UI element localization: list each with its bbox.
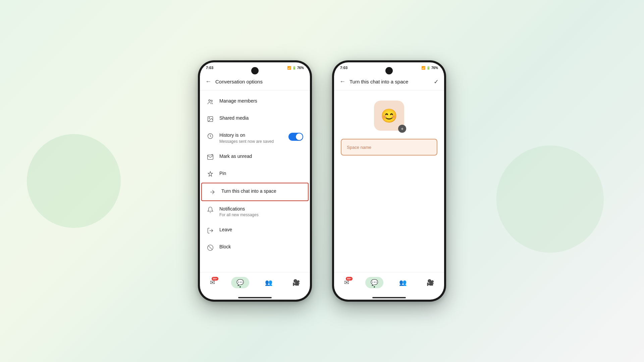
video-icon-right: 🎥 [427, 279, 434, 286]
pin-text: Pin [219, 170, 303, 177]
time-left: 7:03 [206, 66, 213, 70]
pin-label: Pin [219, 170, 303, 177]
manage-members-text: Manage members [219, 98, 303, 105]
space-form: 😊 + Space name [334, 90, 444, 272]
history-toggle[interactable] [288, 133, 303, 141]
phone-right-screen: 7:03 📶 🔋 76% ← Turn this chat into a spa… [334, 62, 444, 300]
phone-right: 7:03 📶 🔋 76% ← Turn this chat into a spa… [332, 60, 446, 302]
turn-into-space-text: Turn this chat into a space [221, 188, 301, 195]
bg-decoration-right [496, 145, 604, 253]
page-title-right: Turn this chat into a space [350, 79, 430, 84]
history-sublabel: Messages sent now are saved [219, 139, 283, 144]
bell-icon [207, 206, 214, 214]
nav-mail-right[interactable]: ✉ 99+ [340, 277, 353, 288]
nav-chat-left[interactable]: 💬 [231, 277, 249, 288]
leave-text: Leave [219, 227, 303, 233]
camera-right [385, 67, 393, 74]
nav-people-left[interactable]: 👥 [261, 277, 276, 288]
block-icon [207, 244, 214, 251]
battery-left: 76% [297, 66, 304, 70]
history-text: History is on Messages sent now are save… [219, 132, 283, 144]
camera-left [251, 67, 259, 74]
phone-left: 7:03 📶 🔋 76% ← Conversation options [198, 60, 312, 302]
nav-video-left[interactable]: 🎥 [288, 277, 304, 288]
menu-item-shared-media[interactable]: Shared media [200, 110, 310, 127]
top-bar-left: ← Conversation options [200, 73, 310, 90]
svg-line-8 [208, 246, 212, 250]
home-indicator-left [238, 297, 272, 298]
svg-point-0 [209, 100, 210, 101]
menu-item-block[interactable]: Block [200, 239, 310, 256]
menu-item-history[interactable]: History is on Messages sent now are save… [200, 127, 310, 148]
confirm-button-right[interactable]: ✓ [434, 78, 439, 85]
nav-people-right[interactable]: 👥 [395, 277, 411, 288]
top-bar-right: ← Turn this chat into a space ✓ [334, 73, 444, 90]
chat-icon-left: 💬 [236, 279, 244, 286]
video-icon-left: 🎥 [292, 279, 300, 286]
shared-media-label: Shared media [219, 115, 303, 122]
page-title-left: Conversation options [215, 79, 305, 84]
space-name-input-wrapper[interactable]: Space name [341, 139, 437, 156]
status-icons-left: 📶 🔋 76% [287, 66, 304, 70]
menu-left: Manage members Shared media [200, 90, 310, 272]
phone-left-screen: 7:03 📶 🔋 76% ← Conversation options [200, 62, 310, 300]
person-group-icon [207, 98, 214, 106]
mark-unread-label: Mark as unread [219, 153, 303, 160]
pin-icon [207, 171, 214, 178]
nav-indicator-left [239, 286, 241, 288]
block-label: Block [219, 244, 303, 250]
mail-badge-right: 99+ [346, 277, 353, 281]
notifications-sublabel: For all new messages [219, 213, 303, 217]
bottom-nav-left: ✉ 99+ 💬 👥 🎥 [200, 272, 310, 296]
nav-video-right[interactable]: 🎥 [423, 277, 438, 288]
nav-indicator-right [374, 286, 375, 288]
menu-item-notifications[interactable]: Notifications For all new messages [200, 201, 310, 222]
nav-chat-right[interactable]: 💬 [365, 277, 383, 288]
home-indicator-right [372, 297, 406, 298]
leave-icon [207, 227, 214, 234]
status-icons-right: 📶 🔋 76% [421, 66, 438, 70]
image-icon [207, 115, 214, 123]
history-label: History is on [219, 132, 283, 139]
bottom-nav-right: ✉ 99+ 💬 👥 🎥 [334, 272, 444, 296]
svg-point-3 [209, 118, 210, 119]
space-convert-icon [209, 188, 216, 196]
back-button-left[interactable]: ← [205, 78, 211, 85]
battery-right: 76% [431, 66, 438, 70]
notifications-label: Notifications [219, 206, 303, 213]
mark-unread-text: Mark as unread [219, 153, 303, 160]
people-icon-right: 👥 [399, 279, 407, 286]
time-right: 7:03 [340, 66, 347, 70]
menu-item-manage-members[interactable]: Manage members [200, 93, 310, 110]
phones-container: 7:03 📶 🔋 76% ← Conversation options [198, 60, 446, 302]
svg-point-1 [211, 100, 212, 102]
menu-item-turn-into-space[interactable]: Turn this chat into a space [201, 183, 309, 201]
space-name-placeholder: Space name [347, 145, 371, 150]
history-icon [207, 132, 214, 140]
shared-media-text: Shared media [219, 115, 303, 122]
chat-icon-right: 💬 [371, 279, 378, 286]
people-icon-left: 👥 [265, 279, 272, 286]
add-emoji-button[interactable]: + [398, 125, 406, 133]
leave-label: Leave [219, 227, 303, 233]
notifications-text: Notifications For all new messages [219, 206, 303, 218]
menu-item-mark-unread[interactable]: Mark as unread [200, 148, 310, 166]
mail-badge-left: 99+ [212, 277, 218, 281]
turn-into-space-label: Turn this chat into a space [221, 188, 301, 195]
block-text: Block [219, 244, 303, 250]
emoji-display: 😊 [381, 108, 397, 124]
bg-decoration-left [27, 134, 121, 228]
chat-unread-icon [207, 154, 214, 161]
nav-mail-left[interactable]: ✉ 99+ [206, 277, 219, 288]
manage-members-label: Manage members [219, 98, 303, 105]
emoji-picker[interactable]: 😊 + [374, 101, 404, 131]
menu-item-leave[interactable]: Leave [200, 222, 310, 239]
back-button-right[interactable]: ← [339, 78, 345, 85]
menu-item-pin[interactable]: Pin [200, 166, 310, 183]
